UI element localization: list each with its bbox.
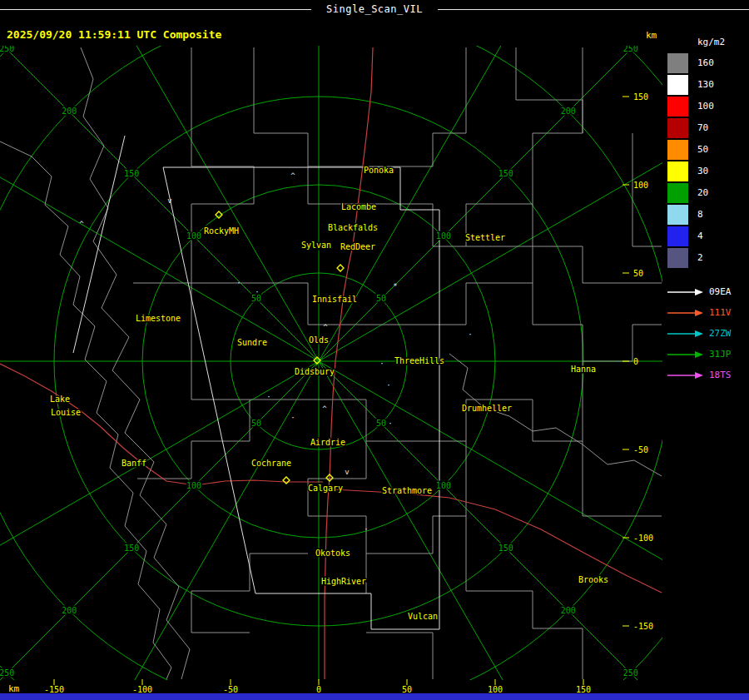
range-ring-label: 150 — [124, 169, 139, 178]
scale-color-swatch — [667, 248, 688, 268]
radial-line — [319, 361, 568, 700]
city-label: Brooks — [578, 575, 608, 584]
range-ring-label: 50 — [376, 294, 386, 303]
y-axis-label: 0 — [633, 357, 638, 366]
y-axis-label: 150 — [633, 92, 648, 102]
range-ring-label: 200 — [62, 606, 77, 615]
scale-level-value: 8 — [697, 209, 703, 220]
city-label: Louise — [51, 408, 81, 417]
radar-site-entry: 18TS — [667, 365, 747, 385]
city-label: Drumheller — [462, 404, 512, 413]
scale-color-swatch — [667, 53, 688, 73]
town-marker: · — [255, 288, 259, 296]
scale-level-row: 30 — [667, 161, 747, 181]
city-label: Banff — [122, 459, 146, 468]
range-ring-label: 250 — [623, 44, 638, 53]
county-boundary — [0, 141, 171, 679]
scale-color-swatch — [667, 183, 688, 203]
county-boundary — [366, 633, 433, 679]
scale-units-label: kg/m2 — [667, 37, 747, 47]
city-label: Strathmore — [382, 486, 432, 495]
range-ring-label: 150 — [499, 169, 513, 178]
town-marker: v — [167, 196, 171, 205]
city-label: Vulcan — [408, 612, 438, 621]
radar-site-id: 111V — [709, 307, 732, 318]
town-marker: ^ — [79, 220, 84, 228]
bottom-scrollbar[interactable] — [0, 693, 749, 700]
city-label: Olds — [309, 335, 329, 345]
county-boundary — [81, 47, 190, 679]
y-axis-label: -150 — [633, 622, 653, 631]
radar-pointer-arrow-icon — [667, 288, 704, 296]
scale-color-swatch — [667, 205, 688, 225]
city-label: Hanna — [571, 365, 596, 374]
scale-level-value: 2 — [697, 252, 703, 263]
radar-site-id: 27ZW — [709, 328, 732, 339]
town-marker: v — [345, 468, 349, 476]
scale-color-swatch — [667, 226, 688, 246]
radial-line — [0, 361, 319, 700]
scale-level-row: 70 — [667, 117, 747, 138]
city-label: Lacombe — [341, 202, 376, 211]
town-marker: · — [379, 360, 384, 368]
county-boundary — [449, 354, 662, 476]
county-boundary — [466, 516, 583, 679]
city-label: Sundre — [237, 338, 267, 347]
radar-site-entry: 31JP — [667, 344, 747, 365]
range-ring-label: 50 — [251, 419, 261, 428]
county-boundary — [366, 516, 466, 593]
range-ring-label: 100 — [436, 231, 451, 241]
town-marker: · — [236, 279, 241, 287]
county-boundary — [466, 246, 662, 283]
scale-level-value: 30 — [697, 166, 708, 176]
city-label: Didsbury — [295, 367, 335, 376]
city-label: HighRiver — [321, 577, 366, 586]
scale-level-value: 70 — [697, 122, 708, 133]
y-axis-label: -50 — [633, 445, 648, 454]
scale-level-value: 50 — [697, 144, 708, 155]
city-label: Sylvan — [301, 241, 331, 250]
city-label: Innisfail — [312, 295, 357, 304]
radar-map-canvas[interactable]: 5050505010010010010015015015015020020020… — [0, 0, 749, 700]
range-ring-label: 250 — [623, 668, 638, 678]
town-marker: · — [364, 525, 368, 534]
town-marker: * — [393, 282, 397, 290]
range-ring-label: 150 — [124, 544, 139, 553]
radar-site-legend: 09EA111V27ZW31JP18TS — [667, 281, 747, 385]
scale-level-row: 130 — [667, 74, 747, 95]
scale-level-row: 4 — [667, 226, 747, 246]
city-label: RockyMH — [204, 226, 239, 236]
scan-area-outline — [163, 167, 439, 629]
scale-level-value: 4 — [697, 231, 703, 241]
town-marker: ^ — [323, 323, 328, 331]
radial-line — [319, 8, 672, 361]
radar-site-id: 31JP — [709, 349, 732, 360]
y-axis-label: 50 — [633, 269, 643, 278]
city-label: Ponoka — [364, 166, 394, 175]
city-label: RedDeer — [340, 242, 375, 251]
scale-level-row: 50 — [667, 139, 747, 160]
radar-site-entry: 111V — [667, 302, 747, 323]
radar-site-id: 18TS — [709, 370, 732, 380]
scale-color-swatch — [667, 140, 688, 160]
range-ring-label: 200 — [561, 107, 576, 116]
scale-color-swatch — [667, 97, 688, 117]
town-marker: · — [290, 414, 295, 422]
y-axis-label: 100 — [633, 181, 648, 190]
scale-level-value: 130 — [697, 79, 714, 90]
scale-color-swatch — [667, 161, 688, 181]
range-ring — [0, 0, 749, 700]
city-label: Airdrie — [310, 438, 345, 447]
radar-site-entry: 09EA — [667, 281, 747, 302]
range-ring-label: 150 — [499, 544, 513, 553]
range-ring-label: 200 — [561, 606, 576, 615]
range-ring-label: 100 — [436, 481, 451, 490]
city-marker-diamond — [337, 265, 344, 271]
scale-level-row: 8 — [667, 204, 747, 225]
range-ring-label: 250 — [0, 44, 14, 53]
y-axis-label: -100 — [633, 534, 653, 543]
city-label: Okotoks — [315, 549, 350, 558]
range-ring-label: 100 — [186, 231, 201, 241]
radar-site-entry: 27ZW — [667, 323, 747, 344]
town-marker: · — [266, 393, 270, 401]
